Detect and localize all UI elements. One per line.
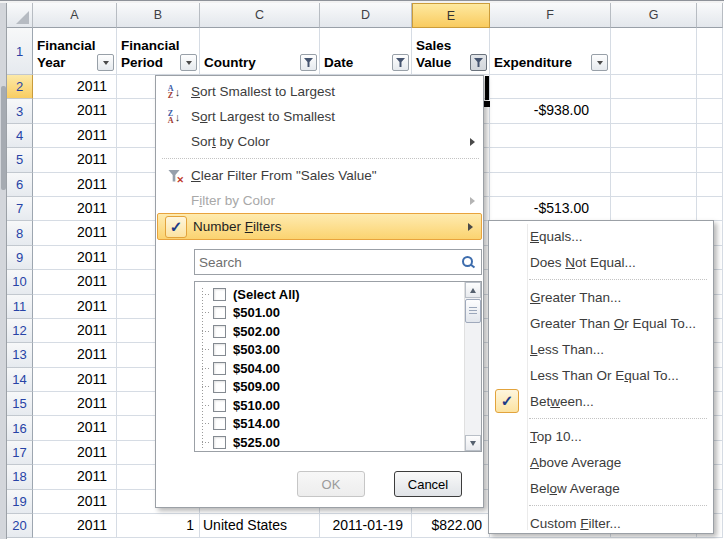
column-header-d[interactable]: D xyxy=(320,3,412,28)
dropdown-button-a[interactable] xyxy=(97,54,114,71)
filter-value-item-$50300[interactable]: $503.00 xyxy=(195,341,464,360)
filter-value-item-$51000[interactable]: $510.00 xyxy=(195,396,464,415)
select-all-corner[interactable] xyxy=(7,3,33,28)
value-checkbox-$50100[interactable] xyxy=(213,306,226,319)
column-header-g[interactable]: G xyxy=(611,3,697,28)
cell-A3[interactable]: 2011 xyxy=(33,99,117,123)
cell-E20[interactable]: $822.00 xyxy=(412,514,490,538)
row-header-14[interactable]: 14 xyxy=(7,368,33,392)
menu-item-sort-by-color[interactable]: Sort by Color xyxy=(156,129,483,154)
submenu-item-top-10[interactable]: Top 10... xyxy=(489,423,713,449)
cell-A15[interactable]: 2011 xyxy=(33,392,117,416)
cell-D20[interactable]: 2011-01-19 xyxy=(320,514,412,538)
value-checkbox-$50900[interactable] xyxy=(213,380,226,393)
menu-item-clear-filter-from-sales-value[interactable]: ✕Clear Filter From "Sales Value" xyxy=(156,163,483,188)
cell-G7[interactable] xyxy=(611,197,697,221)
row-header-12[interactable]: 12 xyxy=(7,319,33,343)
column-header-f[interactable]: F xyxy=(490,3,611,28)
cell-B20[interactable]: 1 xyxy=(117,514,200,538)
cell-F3[interactable]: -$938.00 xyxy=(490,99,611,123)
submenu-item-between[interactable]: ✓Between... xyxy=(489,388,713,414)
scroll-down-button[interactable] xyxy=(465,435,481,451)
row-header-16[interactable]: 16 xyxy=(7,416,33,440)
fill-handle[interactable] xyxy=(483,100,490,107)
cell-A2[interactable]: 2011 xyxy=(33,75,117,99)
row-header-1[interactable]: 1 xyxy=(7,28,33,75)
cell-A5[interactable]: 2011 xyxy=(33,148,117,172)
submenu-item-custom-filter[interactable]: Custom Filter... xyxy=(489,510,713,536)
cell-partial-7[interactable] xyxy=(697,197,723,221)
menu-item-number-filters[interactable]: ✓Number Filters xyxy=(157,213,482,240)
cell-G4[interactable] xyxy=(611,124,697,148)
row-header-18[interactable]: 18 xyxy=(7,465,33,489)
filter-value-item-select-all[interactable]: (Select All) xyxy=(195,285,464,304)
cell-partial-2[interactable] xyxy=(697,75,723,99)
value-checkbox-$50300[interactable] xyxy=(213,343,226,356)
value-checkbox-$50200[interactable] xyxy=(213,325,226,338)
cell-A10[interactable]: 2011 xyxy=(33,270,117,294)
row-header-4[interactable]: 4 xyxy=(7,124,33,148)
filter-value-item-$52500[interactable]: $525.00 xyxy=(195,433,464,451)
filter-button-e[interactable] xyxy=(470,54,487,71)
submenu-item-greater-than-or-equal-to[interactable]: Greater Than Or Equal To... xyxy=(489,310,713,336)
row-header-2[interactable]: 2 xyxy=(7,75,33,99)
filter-button-c[interactable] xyxy=(300,54,317,71)
submenu-item-less-than-or-equal-to[interactable]: Less Than Or Equal To... xyxy=(489,362,713,388)
cell-F7[interactable]: -$513.00 xyxy=(490,197,611,221)
cell-A6[interactable]: 2011 xyxy=(33,173,117,197)
search-input[interactable] xyxy=(195,255,462,270)
row-header-13[interactable]: 13 xyxy=(7,343,33,367)
filter-value-item-$50400[interactable]: $504.00 xyxy=(195,359,464,378)
row-header-19[interactable]: 19 xyxy=(7,490,33,514)
submenu-item-does-not-equal[interactable]: Does Not Equal... xyxy=(489,249,713,275)
header-cell-date[interactable]: Date xyxy=(320,28,412,75)
header-cell-sales-value[interactable]: SalesValue xyxy=(412,28,490,75)
filter-value-item-$50200[interactable]: $502.00 xyxy=(195,322,464,341)
cell-F6[interactable] xyxy=(490,173,611,197)
cell-F4[interactable] xyxy=(490,124,611,148)
filter-button-d[interactable] xyxy=(392,54,409,71)
submenu-item-equals[interactable]: Equals... xyxy=(489,223,713,249)
cell-partial-5[interactable] xyxy=(697,148,723,172)
cell-A11[interactable]: 2011 xyxy=(33,295,117,319)
menu-item-sort-largest-to-smallest[interactable]: ZA↓Sort Largest to Smallest xyxy=(156,104,483,129)
row-header-7[interactable]: 7 xyxy=(7,197,33,221)
dropdown-button-f[interactable] xyxy=(591,54,608,71)
cell-A20[interactable]: 2011 xyxy=(33,514,117,538)
column-header-partial[interactable] xyxy=(697,3,723,28)
row-header-8[interactable]: 8 xyxy=(7,221,33,245)
filter-value-item-$50900[interactable]: $509.00 xyxy=(195,378,464,397)
filter-value-item-$50100[interactable]: $501.00 xyxy=(195,304,464,323)
cell-A14[interactable]: 2011 xyxy=(33,368,117,392)
cell-A18[interactable]: 2011 xyxy=(33,465,117,489)
cell-A9[interactable]: 2011 xyxy=(33,246,117,270)
cell-partial-6[interactable] xyxy=(697,173,723,197)
header-cell-country[interactable]: Country xyxy=(200,28,320,75)
menu-item-sort-smallest-to-largest[interactable]: AZ↓Sort Smallest to Largest xyxy=(156,79,483,104)
cell-A17[interactable]: 2011 xyxy=(33,441,117,465)
column-header-c[interactable]: C xyxy=(200,3,320,28)
cell-F5[interactable] xyxy=(490,148,611,172)
cell-partial-4[interactable] xyxy=(697,124,723,148)
row-header-9[interactable]: 9 xyxy=(7,246,33,270)
cell-A7[interactable]: 2011 xyxy=(33,197,117,221)
submenu-item-above-average[interactable]: Above Average xyxy=(489,449,713,475)
header-cell-empty[interactable] xyxy=(611,28,697,75)
scrollbar-thumb[interactable] xyxy=(465,299,481,323)
dropdown-button-b[interactable] xyxy=(180,54,197,71)
row-header-20[interactable]: 20 xyxy=(7,514,33,538)
row-header-3[interactable]: 3 xyxy=(7,99,33,123)
cell-G2[interactable] xyxy=(611,75,697,99)
scrollbar[interactable] xyxy=(464,282,481,451)
cell-A12[interactable]: 2011 xyxy=(33,319,117,343)
cell-G5[interactable] xyxy=(611,148,697,172)
cell-partial-3[interactable] xyxy=(697,99,723,123)
header-cell-empty[interactable] xyxy=(697,28,723,75)
row-header-17[interactable]: 17 xyxy=(7,441,33,465)
row-header-10[interactable]: 10 xyxy=(7,270,33,294)
row-header-11[interactable]: 11 xyxy=(7,295,33,319)
submenu-item-below-average[interactable]: Below Average xyxy=(489,475,713,501)
cell-A19[interactable]: 2011 xyxy=(33,490,117,514)
cell-A8[interactable]: 2011 xyxy=(33,221,117,245)
row-header-5[interactable]: 5 xyxy=(7,148,33,172)
